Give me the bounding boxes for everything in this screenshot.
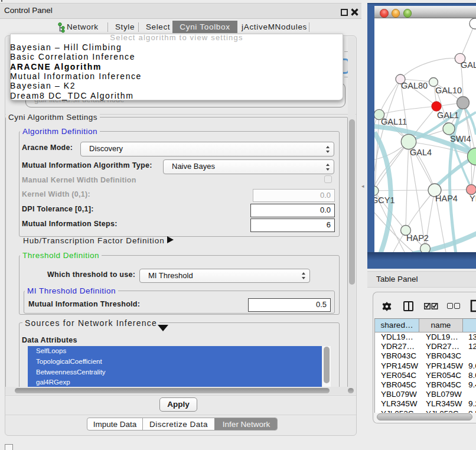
svg-text:GAL1: GAL1	[437, 110, 459, 120]
svg-text:GCY1: GCY1	[374, 195, 395, 205]
svg-text:SWI4: SWI4	[450, 134, 471, 144]
svg-text:YD: YD	[470, 194, 476, 203]
svg-text:GAL4: GAL4	[410, 148, 432, 157]
svg-text:HAP4: HAP4	[435, 194, 458, 203]
svg-text:GAL7: GAL7	[461, 60, 476, 70]
svg-text:GAL11: GAL11	[381, 117, 407, 126]
svg-text:GAL10: GAL10	[435, 86, 462, 95]
svg-text:GAL80: GAL80	[401, 81, 428, 90]
svg-text:HAP2: HAP2	[406, 233, 429, 243]
